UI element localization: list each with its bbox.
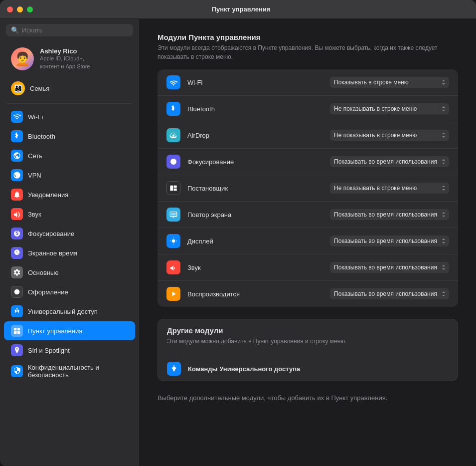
search-bar[interactable]: 🔍	[6, 24, 133, 36]
appearance-icon	[11, 286, 23, 298]
sidebar-item-focus[interactable]: Фокусирование	[4, 224, 135, 243]
sidebar-item-siri[interactable]: Siri и Spotlight	[4, 341, 135, 360]
svg-point-16	[173, 365, 175, 367]
screenmir-module-icon	[166, 208, 180, 222]
privacy-icon	[11, 365, 23, 377]
svg-rect-2	[14, 328, 16, 330]
general-label: Основные	[28, 269, 59, 276]
bluetooth-module-name: Bluetooth	[187, 105, 323, 113]
sidebar-item-appearance[interactable]: Оформление	[4, 282, 135, 301]
vpn-label: VPN	[28, 172, 41, 179]
user-sub: Apple ID, iCloud+,контент и App Store	[40, 55, 90, 70]
sidebar-item-bluetooth[interactable]: Bluetooth	[4, 127, 135, 146]
svg-rect-7	[174, 186, 177, 188]
sidebar-item-screentime[interactable]: Экранное время	[4, 243, 135, 262]
family-avatar: 👨‍👩‍👧	[11, 81, 25, 95]
titlebar: Пункт управления	[0, 0, 476, 19]
modules-section-title: Модули Пункта управления	[158, 33, 458, 41]
screentime-icon	[11, 247, 23, 259]
display-select-wrapper: Показывать в строке менюНе показывать в …	[330, 235, 449, 246]
stagemgr-module-icon	[166, 181, 180, 195]
user-profile[interactable]: 🧑‍🦱 Ashley Rico Apple ID, iCloud+,контен…	[4, 42, 135, 75]
bluetooth-select-wrapper: Показывать в строке менюНе показывать в …	[330, 103, 449, 114]
sidebar-item-wifi[interactable]: Wi-Fi	[4, 107, 135, 126]
sidebar-item-vpn[interactable]: VPN	[4, 166, 135, 185]
privacy-label: Конфиденциальность и безопасность	[28, 364, 128, 379]
other-modules-desc: Эти модули можно добавить в Пункт управл…	[167, 337, 449, 346]
module-row-wifi: Wi-FiПоказывать в строке менюНе показыва…	[158, 69, 458, 96]
accessibility-icon	[11, 305, 23, 317]
user-name: Ashley Rico	[40, 47, 90, 55]
search-input[interactable]	[22, 26, 128, 34]
bluetooth-module-icon	[166, 102, 180, 116]
svg-rect-5	[17, 331, 20, 334]
other-items: Команды Универсального доступа	[158, 357, 458, 381]
sidebar-item-sound[interactable]: Звук	[4, 205, 135, 224]
sound-module-icon	[166, 260, 180, 274]
sidebar-item-controlcenter[interactable]: Пункт управления	[4, 321, 135, 340]
stagemgr-select[interactable]: Показывать в строке менюНе показывать в …	[330, 183, 449, 194]
accessibility_shortcuts-other-name: Команды Универсального доступа	[188, 365, 449, 373]
sidebar-item-accessibility[interactable]: Универсальный доступ	[4, 302, 135, 321]
airdrop-module-name: AirDrop	[187, 132, 323, 139]
sound-select[interactable]: Показывать в строке менюНе показывать в …	[330, 262, 449, 273]
airdrop-select[interactable]: Показывать в строке менюНе показывать в …	[330, 130, 449, 141]
sound-label: Звук	[28, 211, 41, 218]
app-window: Пункт управления 🔍 🧑‍🦱 Ashley Rico Apple…	[0, 0, 476, 466]
close-button[interactable]	[7, 6, 13, 12]
sidebar-items: Wi-FiBluetoothСетьVPNУведомленияЗвукФоку…	[0, 107, 139, 383]
airdrop-module-icon	[166, 128, 180, 142]
bluetooth-select[interactable]: Показывать в строке менюНе показывать в …	[330, 103, 449, 114]
svg-point-11	[172, 239, 175, 243]
module-row-screenmir: Повтор экранаПоказывать в строке менюНе …	[158, 202, 458, 228]
screenmir-select-wrapper: Показывать в строке менюНе показывать в …	[330, 209, 449, 220]
search-icon: 🔍	[11, 26, 19, 34]
screenmir-select[interactable]: Показывать в строке менюНе показывать в …	[330, 209, 449, 220]
sidebar: 🔍 🧑‍🦱 Ashley Rico Apple ID, iCloud+,конт…	[0, 19, 140, 466]
sidebar-item-general[interactable]: Основные	[4, 263, 135, 282]
display-select[interactable]: Показывать в строке менюНе показывать в …	[330, 235, 449, 246]
avatar: 🧑‍🦱	[11, 47, 34, 70]
wifi-module-icon	[166, 75, 180, 89]
other-module-row-accessibility_shortcuts[interactable]: Команды Универсального доступа	[158, 357, 458, 381]
sidebar-item-privacy[interactable]: Конфиденциальность и безопасность	[4, 360, 135, 382]
nowplaying-select-wrapper: Показывать в строке менюНе показывать в …	[330, 288, 449, 299]
other-modules-title: Другие модули	[167, 326, 449, 335]
user-info: Ashley Rico Apple ID, iCloud+,контент и …	[40, 47, 90, 70]
controlcenter-icon	[11, 325, 23, 337]
window-title: Пункт управления	[37, 5, 445, 13]
wifi-select-wrapper: Показывать в строке менюНе показывать в …	[330, 77, 449, 88]
sidebar-item-network[interactable]: Сеть	[4, 146, 135, 165]
svg-rect-8	[174, 189, 177, 191]
focus-select[interactable]: Показывать в строке менюНе показывать в …	[330, 156, 449, 167]
sound-icon	[11, 208, 23, 220]
minimize-button[interactable]	[17, 6, 23, 12]
fullscreen-button[interactable]	[27, 6, 33, 12]
sound-select-wrapper: Показывать в строке менюНе показывать в …	[330, 262, 449, 273]
stagemgr-select-wrapper: Показывать в строке менюНе показывать в …	[330, 183, 449, 194]
wifi-select[interactable]: Показывать в строке менюНе показывать в …	[330, 77, 449, 88]
display-module-name: Дисплей	[187, 237, 323, 245]
svg-rect-10	[171, 213, 175, 216]
controlcenter-label: Пункт управления	[28, 327, 82, 335]
module-row-focus: ФокусированиеПоказывать в строке менюНе …	[158, 149, 458, 175]
display-module-icon	[166, 234, 180, 248]
stagemgr-module-name: Постановщик	[187, 185, 323, 192]
siri-icon	[11, 344, 23, 356]
focus-module-name: Фокусирование	[187, 158, 323, 166]
main-content: Модули Пункта управления Эти модули всег…	[140, 19, 476, 466]
wifi-icon	[11, 111, 23, 123]
focus-module-icon	[166, 155, 180, 169]
airdrop-select-wrapper: Показывать в строке менюНе показывать в …	[330, 130, 449, 141]
notifications-label: Уведомления	[28, 191, 68, 199]
sidebar-item-family[interactable]: 👨‍👩‍👧 Семья	[4, 77, 135, 99]
screenmir-module-name: Повтор экрана	[187, 211, 323, 219]
svg-point-1	[16, 308, 18, 309]
sidebar-item-notifications[interactable]: Уведомления	[4, 185, 135, 204]
nowplaying-select[interactable]: Показывать в строке менюНе показывать в …	[330, 288, 449, 299]
vpn-icon	[11, 169, 23, 181]
network-label: Сеть	[28, 152, 42, 160]
appearance-label: Оформление	[28, 288, 68, 296]
sound-module-name: Звук	[187, 264, 323, 271]
svg-point-0	[14, 289, 20, 295]
